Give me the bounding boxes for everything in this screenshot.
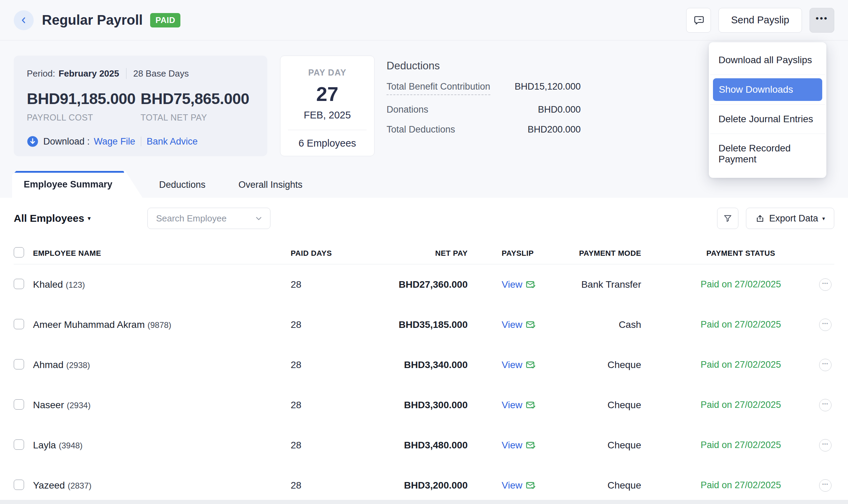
paid-days: 28 [270,400,358,411]
tab-employee-summary[interactable]: Employee Summary [12,171,143,198]
search-employee-select[interactable] [147,208,270,229]
top-bar: Regular Payroll PAID Send Payslip ••• [0,0,848,41]
menu-item-show-downloads[interactable]: Show Downloads [713,78,822,101]
wage-file-link[interactable]: Wage File [94,136,135,147]
ellipsis-circle-icon: ••• [822,482,828,487]
payment-mode: Cheque [542,440,669,451]
menu-item-delete-recorded-payment[interactable]: Delete Recorded Payment [709,134,826,174]
payment-mode: Cheque [542,400,669,411]
col-payment-mode: PAYMENT MODE [542,249,669,258]
amounts-row: BHD91,185.000 PAYROLL COST BHD75,865.000… [27,90,254,123]
topbar-actions: Send Payslip ••• [686,8,834,33]
envelope-check-icon [526,400,536,410]
ellipsis-circle-icon: ••• [822,281,828,286]
employee-name[interactable]: Naseer [33,400,64,410]
bottom-divider [0,500,848,504]
donations-value: BHD0.000 [538,104,581,115]
employee-name[interactable]: Layla [33,440,56,450]
payday-card: PAY DAY 27 FEB, 2025 6 Employees [280,56,375,156]
payday-day: 27 [280,82,374,105]
employee-id: (2934) [67,401,90,410]
total-benefit-contribution-label: Total Benefit Contribution [387,81,490,95]
arrow-down-circle-icon [27,136,38,147]
chevron-down-icon [254,214,263,223]
row-menu-button[interactable]: ••• [819,359,832,371]
period-row: Period: February 2025 28 Base Days [27,68,254,79]
search-employee-input[interactable] [156,213,254,224]
total-net-pay-value: BHD75,865.000 [141,90,254,108]
col-net-pay: NET PAY [358,249,468,258]
menu-divider [710,75,825,75]
table-header-row: EMPLOYEE NAME PAID DAYS NET PAY PAYSLIP … [14,242,834,264]
ellipsis-circle-icon: ••• [822,321,828,326]
employee-summary-panel: All Employees ▾ Export Data ▾ EMPLOYEE N… [0,198,848,504]
filter-button[interactable] [717,208,738,229]
employee-count: 6 Employees [280,138,374,149]
col-payment-status: PAYMENT STATUS [669,249,813,258]
view-payslip-link[interactable]: View [502,319,536,330]
net-pay: BHD3,200.000 [358,480,468,491]
row-checkbox[interactable] [14,480,24,490]
table-row: Layla(3948) 28 BHD3,480.000 View Cheque … [14,425,834,465]
payroll-cost-block: BHD91,185.000 PAYROLL COST [27,90,141,123]
table-row: Ahmad(2938) 28 BHD3,340.000 View Cheque … [14,345,834,385]
tab-deductions[interactable]: Deductions [143,172,222,198]
menu-item-download-all-payslips[interactable]: Download all Payslips [709,46,826,75]
table-toolbar: All Employees ▾ Export Data ▾ [14,207,834,229]
ellipsis-circle-icon: ••• [822,401,828,406]
employee-name[interactable]: Yazeed [33,480,65,491]
row-menu-button[interactable]: ••• [819,278,832,291]
divider [126,68,126,79]
row-menu-button[interactable]: ••• [819,319,832,331]
menu-item-delete-journal-entries[interactable]: Delete Journal Entries [709,105,826,134]
send-payslip-button[interactable]: Send Payslip [718,8,802,33]
net-pay: BHD3,300.000 [358,400,468,411]
row-checkbox[interactable] [14,399,24,410]
net-pay: BHD3,340.000 [358,359,468,370]
total-deductions-label: Total Deductions [387,124,455,135]
bank-advice-link[interactable]: Bank Advice [147,136,198,147]
more-actions-button[interactable]: ••• [810,8,834,33]
export-data-button[interactable]: Export Data ▾ [746,208,834,229]
employee-name[interactable]: Ameer Muhammad Akram [33,319,145,330]
view-payslip-link[interactable]: View [502,440,536,451]
row-checkbox[interactable] [14,439,24,450]
caret-down-icon: ▾ [822,215,825,222]
view-payslip-link[interactable]: View [502,400,536,411]
table-row: Ameer Muhammad Akram(9878) 28 BHD35,185.… [14,305,834,345]
row-checkbox[interactable] [14,279,24,289]
total-net-pay-block: BHD75,865.000 TOTAL NET PAY [141,90,254,123]
view-payslip-link[interactable]: View [502,279,536,290]
envelope-check-icon [526,480,536,491]
payment-mode: Bank Transfer [542,279,669,290]
view-payslip-link[interactable]: View [502,359,536,370]
base-days: 28 Base Days [133,68,189,79]
net-pay: BHD27,360.000 [358,279,468,290]
paid-days: 28 [270,279,358,290]
employee-scope-dropdown[interactable]: All Employees ▾ [14,213,91,224]
divider [288,130,367,130]
employee-name[interactable]: Khaled [33,279,63,290]
share-up-icon [755,214,765,223]
payday-label: PAY DAY [280,68,374,78]
envelope-check-icon [526,360,536,370]
paid-days: 28 [270,440,358,451]
back-button[interactable] [14,10,34,30]
row-menu-button[interactable]: ••• [819,399,832,411]
col-payslip: PAYSLIP [468,249,542,258]
view-payslip-link[interactable]: View [502,480,536,491]
row-checkbox[interactable] [14,359,24,369]
row-checkbox[interactable] [14,319,24,329]
tab-overall-insights[interactable]: Overall Insights [222,172,319,198]
employee-id: (2938) [66,360,90,370]
row-menu-button[interactable]: ••• [819,439,832,451]
deduction-row: Total Deductions BHD200.000 [387,124,581,135]
select-all-checkbox[interactable] [14,247,24,257]
table-row: Khaled(123) 28 BHD27,360.000 View Bank T… [14,264,834,305]
comment-button[interactable] [686,8,711,33]
row-menu-button[interactable]: ••• [819,479,832,492]
employee-name[interactable]: Ahmad [33,359,64,370]
envelope-check-icon [526,320,536,330]
payment-status: Paid on 27/02/2025 [669,319,813,330]
employee-table: EMPLOYEE NAME PAID DAYS NET PAY PAYSLIP … [14,242,834,504]
